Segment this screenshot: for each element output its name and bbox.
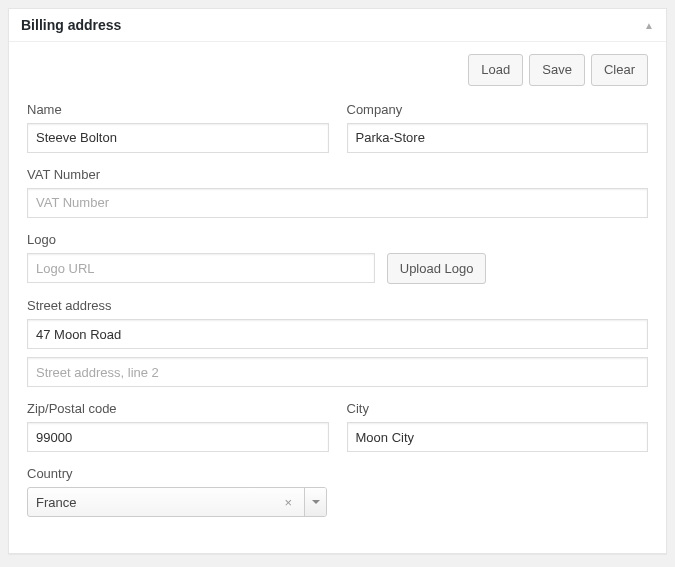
panel-title: Billing address: [21, 17, 121, 33]
upload-logo-button[interactable]: Upload Logo: [387, 253, 487, 285]
chevron-down-icon[interactable]: [304, 488, 326, 516]
country-select-value: France: [36, 495, 76, 510]
clear-button[interactable]: Clear: [591, 54, 648, 86]
vat-input[interactable]: [27, 188, 648, 218]
billing-address-panel: Billing address ▲ Load Save Clear Name C…: [8, 8, 667, 554]
company-label: Company: [347, 102, 649, 117]
logo-label: Logo: [27, 232, 648, 247]
load-button[interactable]: Load: [468, 54, 523, 86]
close-icon[interactable]: ×: [280, 495, 296, 510]
city-label: City: [347, 401, 649, 416]
vat-label: VAT Number: [27, 167, 648, 182]
street-label: Street address: [27, 298, 648, 313]
panel-body: Load Save Clear Name Company VAT Number …: [9, 42, 666, 553]
company-input[interactable]: [347, 123, 649, 153]
save-button[interactable]: Save: [529, 54, 585, 86]
zip-label: Zip/Postal code: [27, 401, 329, 416]
street2-input[interactable]: [27, 357, 648, 387]
zip-input[interactable]: [27, 422, 329, 452]
country-select[interactable]: France ×: [27, 487, 327, 517]
collapse-toggle-icon[interactable]: ▲: [644, 20, 654, 31]
city-input[interactable]: [347, 422, 649, 452]
logo-url-input[interactable]: [27, 253, 375, 283]
street1-input[interactable]: [27, 319, 648, 349]
country-label: Country: [27, 466, 329, 481]
name-input[interactable]: [27, 123, 329, 153]
panel-header: Billing address ▲: [9, 9, 666, 42]
name-label: Name: [27, 102, 329, 117]
action-button-row: Load Save Clear: [27, 54, 648, 86]
